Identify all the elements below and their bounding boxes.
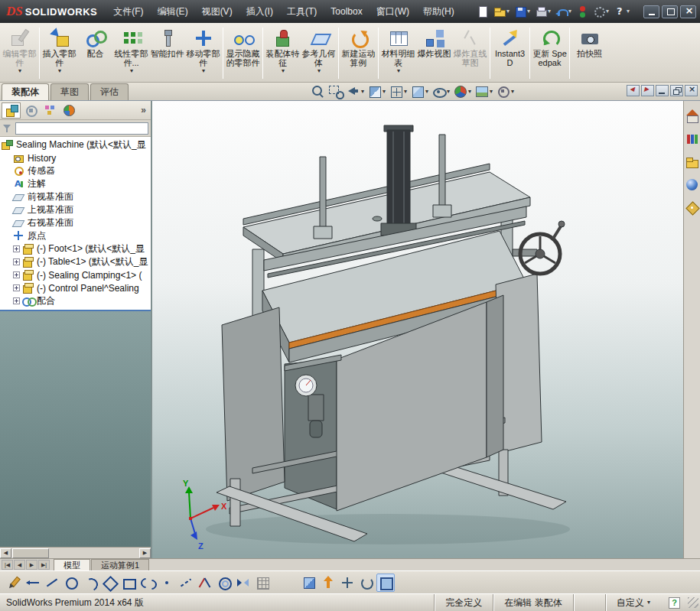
dropdown-arrow-icon[interactable]: ▾: [468, 89, 471, 95]
dropdown-arrow-icon[interactable]: ▾: [282, 68, 285, 74]
display-style-button[interactable]: ▾: [409, 83, 430, 99]
cm-reference-geometry-button[interactable]: 参考几何体▾: [301, 24, 337, 82]
displaymanager-tab[interactable]: [59, 102, 78, 119]
cm-instant3d-button[interactable]: Instant3D: [492, 24, 528, 82]
offset-button[interactable]: [215, 574, 233, 592]
menu-help[interactable]: 帮助(H): [416, 0, 461, 23]
panel-overflow-chevron[interactable]: »: [138, 105, 149, 115]
minimize-button[interactable]: [643, 5, 659, 18]
previous-view-button[interactable]: ▾: [344, 83, 366, 99]
configurationmanager-tab[interactable]: [40, 102, 59, 119]
section-view-button[interactable]: ▾: [366, 83, 387, 99]
cm-exploded-view-button[interactable]: 爆炸视图: [416, 24, 452, 82]
tree-filter-input[interactable]: [15, 122, 148, 135]
zoom-fit-button[interactable]: [309, 83, 327, 99]
resources-button[interactable]: [685, 109, 700, 124]
dropdown-arrow-icon[interactable]: ▾: [397, 68, 400, 74]
menu-edit[interactable]: 编辑(E): [151, 0, 195, 23]
cm-move-component-button[interactable]: 移动零部件▾: [185, 24, 221, 82]
rotate-view-button[interactable]: [357, 574, 376, 592]
polygon-button[interactable]: [100, 574, 119, 592]
expander-icon[interactable]: [13, 258, 20, 265]
shaded-with-edges-button[interactable]: [376, 574, 395, 592]
rectangle-button[interactable]: [119, 574, 138, 592]
featuremanager-tab[interactable]: [2, 102, 21, 119]
pan-button[interactable]: [338, 574, 357, 592]
tab-assembly[interactable]: 装配体: [2, 83, 49, 100]
status-custom-dropdown[interactable]: 自定义 ▾: [605, 594, 661, 611]
point-button[interactable]: [158, 574, 176, 592]
maximize-button[interactable]: [662, 5, 678, 18]
isometric-view-button[interactable]: [300, 574, 318, 592]
rebuild-button[interactable]: [574, 5, 591, 18]
cm-smart-fasteners-button[interactable]: 智能扣件: [149, 24, 185, 82]
view-orientation-button[interactable]: ▾: [387, 83, 409, 99]
edit-appearance-button[interactable]: ▾: [451, 83, 473, 99]
tree-item[interactable]: 注解: [0, 177, 151, 190]
scroll-right-icon[interactable]: ▶: [139, 548, 151, 558]
sketch-button[interactable]: [5, 574, 23, 592]
tree-item[interactable]: 上视基准面: [0, 203, 151, 216]
previous-tab-button[interactable]: ◀: [14, 560, 25, 570]
expander-icon[interactable]: [13, 284, 20, 291]
dropdown-arrow-icon[interactable]: ▾: [383, 89, 386, 95]
scrollbar-thumb[interactable]: [12, 548, 49, 558]
cm-insert-components-button[interactable]: 插入零部件▾: [41, 24, 77, 82]
close-button[interactable]: [680, 5, 696, 18]
tree-item[interactable]: 原点: [0, 229, 151, 242]
doc-restore-icon[interactable]: [670, 85, 683, 96]
cm-take-snapshot-button[interactable]: 拍快照: [571, 24, 607, 82]
tree-root-assembly[interactable]: Sealing Machine (默认<默认_显: [0, 138, 151, 151]
menu-view[interactable]: 视图(V): [195, 0, 239, 23]
options-button[interactable]: ▾: [591, 5, 611, 18]
expander-icon[interactable]: [13, 271, 20, 278]
tree-item[interactable]: (-) Control Panel^Sealing: [0, 281, 151, 294]
doc-tab-motion-study-1[interactable]: 运动算例1: [91, 559, 149, 570]
tree-item[interactable]: (-) Table<1> (默认<默认_显: [0, 255, 151, 268]
menu-insert[interactable]: 插入(I): [239, 0, 280, 23]
print-button[interactable]: ▾: [532, 5, 553, 18]
next-tab-button[interactable]: ▶: [26, 560, 37, 570]
graphics-area[interactable]: Y X Z: [152, 101, 683, 558]
centerline-button[interactable]: [177, 574, 195, 592]
dropdown-arrow-icon[interactable]: ▾: [58, 68, 61, 74]
dropdown-arrow-icon[interactable]: ▾: [130, 68, 133, 74]
dropdown-arrow-icon[interactable]: ▾: [317, 68, 321, 74]
menu-toolbox[interactable]: Toolbox: [324, 0, 369, 23]
appearances-button[interactable]: [685, 177, 700, 193]
help-button[interactable]: ▾: [611, 5, 632, 18]
view-settings-button[interactable]: ▾: [494, 83, 516, 99]
cm-update-speedpak-button[interactable]: 更新 Speedpak: [532, 24, 568, 82]
cm-new-motion-study-button[interactable]: 新建运动算例: [340, 24, 376, 82]
tree-item[interactable]: 配合: [0, 294, 151, 307]
propertymanager-tab[interactable]: [21, 102, 40, 119]
dropdown-arrow-icon[interactable]: ▾: [18, 68, 21, 74]
dropdown-arrow-icon[interactable]: ▾: [447, 89, 450, 95]
undo-button[interactable]: ▾: [553, 5, 574, 18]
expander-icon[interactable]: [13, 245, 20, 252]
zoom-area-button[interactable]: [327, 83, 344, 99]
spline-button[interactable]: [138, 574, 157, 592]
design-library-button[interactable]: [685, 132, 700, 147]
cm-show-hidden-components-button[interactable]: 显示隐藏的零部件: [225, 24, 261, 82]
doc-minimize-icon[interactable]: [656, 85, 669, 96]
machine-model[interactable]: Y X Z: [152, 101, 683, 558]
scroll-left-icon[interactable]: ◀: [0, 548, 11, 558]
open-button[interactable]: ▾: [491, 5, 512, 18]
panel-horizontal-scrollbar[interactable]: ◀ ▶: [0, 547, 151, 558]
tab-evaluate[interactable]: 评估: [90, 83, 129, 100]
apply-scene-button[interactable]: ▾: [473, 83, 494, 99]
smart-dimension-button[interactable]: [24, 574, 42, 592]
file-explorer-button[interactable]: [685, 154, 700, 170]
menu-tools[interactable]: 工具(T): [280, 0, 324, 23]
tree-item[interactable]: 传感器: [0, 164, 151, 177]
dropdown-arrow-icon[interactable]: ▾: [361, 89, 364, 95]
dropdown-arrow-icon[interactable]: ▾: [490, 89, 493, 95]
last-tab-button[interactable]: ▶|: [38, 560, 50, 570]
tree-item[interactable]: History: [0, 151, 151, 164]
collapse-right-icon[interactable]: [641, 85, 654, 96]
collapse-left-icon[interactable]: [627, 85, 640, 96]
doc-tab-model[interactable]: 模型: [54, 559, 90, 570]
doc-close-icon[interactable]: [685, 85, 698, 96]
quick-tip-help-icon[interactable]: ?: [669, 597, 680, 609]
